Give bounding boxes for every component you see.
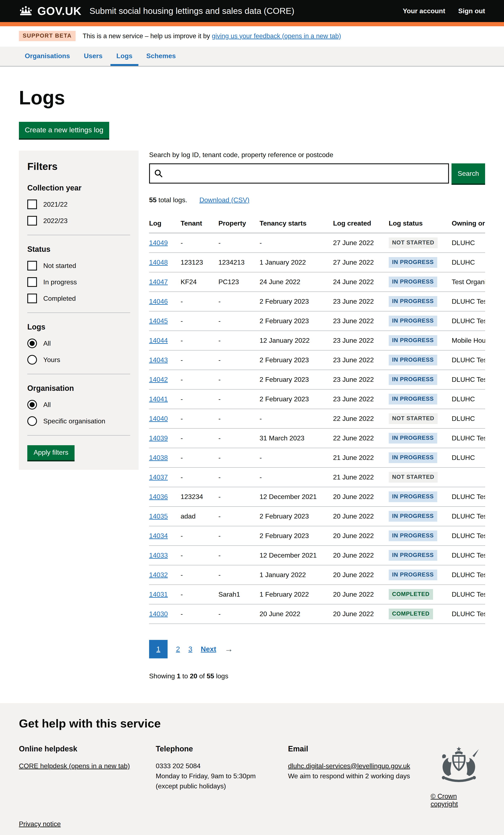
pagination-page-2[interactable]: 2 <box>176 645 180 653</box>
log-id-cell: 14040 <box>149 409 181 428</box>
log-link[interactable]: 14034 <box>149 532 168 539</box>
log-link[interactable]: 14036 <box>149 493 168 501</box>
crown-copyright-link[interactable]: © Crown copyright <box>431 792 485 808</box>
organisation-radio[interactable] <box>27 400 37 409</box>
nav-tab-logs[interactable]: Logs <box>110 47 138 66</box>
search-input[interactable] <box>149 163 449 184</box>
log-link[interactable]: 14040 <box>149 415 168 422</box>
tenancy-starts-cell: - <box>260 233 333 253</box>
property-cell: PC123 <box>218 272 260 292</box>
tenancy-starts-cell: 24 June 2022 <box>260 272 333 292</box>
sign-out-link[interactable]: Sign out <box>458 7 485 15</box>
collection-year-checkbox[interactable] <box>27 200 37 209</box>
log-id-cell: 14037 <box>149 467 181 487</box>
tenancy-starts-cell: 20 June 2022 <box>260 604 333 624</box>
organisation-radio[interactable] <box>27 416 37 426</box>
log-status-cell: IN PROGRESS <box>389 350 452 370</box>
log-created-cell: 20 June 2022 <box>333 526 389 546</box>
collection-year-checkbox[interactable] <box>27 216 37 226</box>
privacy-notice-link[interactable]: Privacy notice <box>19 820 61 828</box>
logs-radio[interactable] <box>27 339 37 348</box>
property-cell: - <box>218 409 260 428</box>
email-link[interactable]: dluhc.digital-services@levellingup.gov.u… <box>288 762 410 770</box>
log-created-cell: 20 June 2022 <box>333 546 389 565</box>
property-cell: - <box>218 350 260 370</box>
nav-tab-users[interactable]: Users <box>78 47 108 66</box>
log-link[interactable]: 14044 <box>149 337 168 344</box>
log-link[interactable]: 14033 <box>149 551 168 559</box>
primary-navigation: OrganisationsUsersLogsSchemes <box>0 47 504 66</box>
log-link[interactable]: 14045 <box>149 317 168 325</box>
your-account-link[interactable]: Your account <box>403 7 445 15</box>
filter-option: All <box>27 400 130 409</box>
status-badge: IN PROGRESS <box>389 374 437 385</box>
table-row: 14034--2 February 202320 June 2022IN PRO… <box>149 526 485 546</box>
log-link[interactable]: 14030 <box>149 610 168 618</box>
log-link[interactable]: 14048 <box>149 259 168 266</box>
owning-organisation-cell: DLUHC Test <box>452 507 485 526</box>
filter-option-label: 2022/23 <box>43 217 68 225</box>
table-row: 14033--12 December 202120 June 2022IN PR… <box>149 546 485 565</box>
owning-organisation-cell <box>452 467 485 487</box>
tenant-cell: - <box>181 233 218 253</box>
royal-coat-of-arms <box>432 743 485 785</box>
log-link[interactable]: 14032 <box>149 571 168 578</box>
govuk-logo[interactable]: GOV.UK <box>19 5 81 17</box>
log-created-cell: 22 June 2022 <box>333 428 389 448</box>
logs-radio[interactable] <box>27 355 37 365</box>
log-status-cell: IN PROGRESS <box>389 272 452 292</box>
filters-panel: Filters Collection year2021/222022/23Sta… <box>19 150 139 470</box>
status-badge: IN PROGRESS <box>389 433 437 444</box>
property-cell: - <box>218 233 260 253</box>
column-header: Property <box>218 220 260 233</box>
pagination-next[interactable]: Next <box>201 645 216 653</box>
nav-tab-organisations[interactable]: Organisations <box>19 47 76 66</box>
tenancy-starts-cell: 12 December 2021 <box>260 487 333 507</box>
log-status-cell: IN PROGRESS <box>389 389 452 409</box>
status-checkbox[interactable] <box>27 277 37 287</box>
log-link[interactable]: 14037 <box>149 473 168 481</box>
status-checkbox[interactable] <box>27 261 37 270</box>
table-row: 14045--2 February 202323 June 2022IN PRO… <box>149 311 485 331</box>
log-link[interactable]: 14049 <box>149 239 168 247</box>
tenancy-starts-cell: 12 December 2021 <box>260 546 333 565</box>
filter-option: In progress <box>27 277 130 287</box>
status-checkbox[interactable] <box>27 293 37 303</box>
filter-option: 2022/23 <box>27 216 130 226</box>
apply-filters-button[interactable]: Apply filters <box>27 445 75 460</box>
filter-option: Specific organisation <box>27 416 130 426</box>
log-link[interactable]: 14038 <box>149 454 168 462</box>
core-helpdesk-link[interactable]: CORE helpdesk (opens in a new tab) <box>19 762 130 770</box>
pagination-current-page[interactable]: 1 <box>149 640 167 658</box>
property-cell: - <box>218 428 260 448</box>
create-lettings-log-button[interactable]: Create a new lettings log <box>19 122 109 138</box>
service-name[interactable]: Submit social housing lettings and sales… <box>89 6 294 16</box>
log-link[interactable]: 14035 <box>149 512 168 520</box>
tenant-cell: - <box>181 448 218 467</box>
log-status-cell: IN PROGRESS <box>389 507 452 526</box>
log-link[interactable]: 14039 <box>149 434 168 442</box>
tenant-cell: - <box>181 370 218 389</box>
log-link[interactable]: 14047 <box>149 278 168 286</box>
filter-group-heading: Status <box>27 245 130 254</box>
pagination-page-3[interactable]: 3 <box>188 645 193 653</box>
search-button[interactable]: Search <box>451 163 485 184</box>
filter-option-label: Not started <box>43 262 76 270</box>
feedback-link[interactable]: giving us your feedback (opens in a new … <box>212 32 341 40</box>
nav-tab-schemes[interactable]: Schemes <box>141 47 182 66</box>
log-created-cell: 20 June 2022 <box>333 585 389 604</box>
log-link[interactable]: 14031 <box>149 591 168 598</box>
tenancy-starts-cell: 1 January 2022 <box>260 565 333 585</box>
log-link[interactable]: 14046 <box>149 298 168 305</box>
logs-table: LogTenantPropertyTenancy startsLog creat… <box>149 220 485 624</box>
log-link[interactable]: 14042 <box>149 376 168 383</box>
download-csv-link[interactable]: Download (CSV) <box>199 196 249 204</box>
log-link[interactable]: 14041 <box>149 395 168 403</box>
email-heading: Email <box>288 743 430 755</box>
log-link[interactable]: 14043 <box>149 356 168 364</box>
column-header: Log created <box>333 220 389 233</box>
property-cell: - <box>218 526 260 546</box>
log-created-cell: 23 June 2022 <box>333 292 389 311</box>
tenancy-starts-cell: 31 March 2023 <box>260 428 333 448</box>
tenancy-starts-cell: 1 February 2022 <box>260 585 333 604</box>
